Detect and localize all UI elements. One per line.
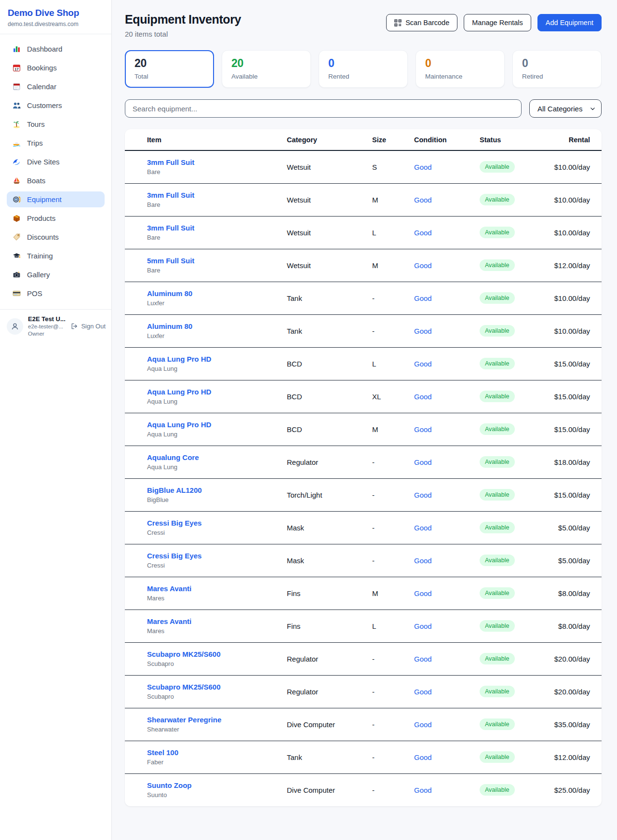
condition-link[interactable]: Good (414, 458, 432, 466)
condition-link[interactable]: Good (414, 261, 432, 270)
status-badge: Available (480, 522, 515, 533)
item-link[interactable]: 3mm Full Suit (147, 158, 275, 166)
item-link[interactable]: Aluminum 80 (147, 289, 275, 298)
table-row[interactable]: Mares AvantiMaresFinsLGoodAvailable$8.00… (125, 610, 602, 642)
item-link[interactable]: Aqua Lung Pro HD (147, 388, 275, 396)
item-size: XL (366, 380, 408, 413)
sidebar-item-calendar[interactable]: Calendar (7, 79, 105, 95)
table-row[interactable]: 3mm Full SuitBareWetsuitMGoodAvailable$1… (125, 183, 602, 216)
item-link[interactable]: Shearwater Peregrine (147, 716, 275, 724)
sidebar-item-tours[interactable]: Tours (7, 116, 105, 132)
table-row[interactable]: Aqualung CoreAqua LungRegulator-GoodAvai… (125, 446, 602, 478)
item-link[interactable]: Scubapro MK25/S600 (147, 683, 275, 691)
condition-link[interactable]: Good (414, 163, 432, 171)
table-row[interactable]: Scubapro MK25/S600ScubaproRegulator-Good… (125, 642, 602, 675)
table-row[interactable]: 5mm Full SuitBareWetsuitMGoodAvailable$1… (125, 249, 602, 282)
condition-link[interactable]: Good (414, 720, 432, 729)
table-row[interactable]: 3mm Full SuitBareWetsuitLGoodAvailable$1… (125, 216, 602, 249)
sidebar-item-dive-sites[interactable]: Dive Sites (7, 154, 105, 170)
item-link[interactable]: Mares Avanti (147, 584, 275, 593)
manage-rentals-button[interactable]: Manage Rentals (464, 14, 531, 31)
stat-card-available[interactable]: 20Available (222, 50, 311, 88)
condition-link[interactable]: Good (414, 360, 432, 368)
table-row[interactable]: Aluminum 80LuxferTank-GoodAvailable$10.0… (125, 314, 602, 347)
stat-card-retired[interactable]: 0Retired (512, 50, 602, 88)
stat-card-total[interactable]: 20Total (125, 50, 214, 88)
sign-out-button[interactable]: Sign Out (71, 323, 106, 330)
sidebar-item-equipment[interactable]: Equipment (7, 191, 105, 207)
sidebar-item-products[interactable]: Products (7, 210, 105, 226)
table-row[interactable]: Aqua Lung Pro HDAqua LungBCDXLGoodAvaila… (125, 380, 602, 413)
condition-link[interactable]: Good (414, 294, 432, 302)
condition-link[interactable]: Good (414, 786, 432, 794)
sidebar-item-training[interactable]: Training (7, 248, 105, 264)
sidebar-item-label: Dashboard (27, 45, 62, 53)
item-link[interactable]: Scubapro MK25/S600 (147, 650, 275, 658)
sidebar-item-bookings[interactable]: 17Bookings (7, 60, 105, 76)
table-row[interactable]: Suunto ZoopSuuntoDive Computer-GoodAvail… (125, 773, 602, 806)
item-category: Regulator (281, 642, 366, 675)
item-link[interactable]: Cressi Big Eyes (147, 552, 275, 560)
condition-link[interactable]: Good (414, 491, 432, 499)
item-brand: Scubapro (147, 660, 275, 667)
add-equipment-button[interactable]: Add Equipment (537, 14, 602, 31)
item-link[interactable]: BigBlue AL1200 (147, 486, 275, 494)
item-link[interactable]: Aqualung Core (147, 453, 275, 461)
search-input[interactable] (125, 99, 522, 118)
sidebar-item-gallery[interactable]: Gallery (7, 267, 105, 283)
condition-link[interactable]: Good (414, 589, 432, 597)
sidebar-item-trips[interactable]: Trips (7, 135, 105, 151)
table-row[interactable]: Aqua Lung Pro HDAqua LungBCDLGoodAvailab… (125, 347, 602, 380)
item-link[interactable]: 5mm Full Suit (147, 257, 275, 265)
table-row[interactable]: BigBlue AL1200BigBlueTorch/Light-GoodAva… (125, 478, 602, 511)
scan-barcode-button[interactable]: Scan Barcode (386, 14, 457, 31)
sidebar-item-customers[interactable]: Customers (7, 97, 105, 113)
sidebar-item-pos[interactable]: POS (7, 285, 105, 301)
stat-card-rented[interactable]: 0Rented (319, 50, 408, 88)
item-link[interactable]: Cressi Big Eyes (147, 519, 275, 527)
condition-link[interactable]: Good (414, 753, 432, 761)
table-row[interactable]: Cressi Big EyesCressiMask-GoodAvailable$… (125, 544, 602, 577)
item-link[interactable]: Aqua Lung Pro HD (147, 420, 275, 429)
item-link[interactable]: Mares Avanti (147, 617, 275, 625)
stat-card-maintenance[interactable]: 0Maintenance (416, 50, 505, 88)
condition-link[interactable]: Good (414, 688, 432, 696)
sidebar-item-discounts[interactable]: Discounts (7, 229, 105, 245)
item-link[interactable]: Steel 100 (147, 748, 275, 757)
category-select[interactable]: All Categories (529, 99, 602, 118)
user-name: E2E Test U... (28, 315, 66, 323)
condition-link[interactable]: Good (414, 655, 432, 663)
condition-link[interactable]: Good (414, 327, 432, 335)
table-row[interactable]: Steel 100FaberTank-GoodAvailable$12.00/d… (125, 741, 602, 773)
item-link[interactable]: 3mm Full Suit (147, 191, 275, 199)
item-link[interactable]: 3mm Full Suit (147, 224, 275, 232)
sidebar-item-boats[interactable]: Boats (7, 173, 105, 189)
sailboat-icon (13, 176, 21, 185)
status-badge: Available (480, 161, 515, 173)
condition-link[interactable]: Good (414, 556, 432, 565)
condition-link[interactable]: Good (414, 393, 432, 401)
shop-title: Demo Dive Shop (8, 8, 104, 18)
item-brand: Cressi (147, 529, 275, 536)
table-row[interactable]: Shearwater PeregrineShearwaterDive Compu… (125, 708, 602, 741)
rental-price: $10.00/day (544, 183, 602, 216)
sidebar-item-label: Trips (27, 139, 43, 147)
condition-link[interactable]: Good (414, 229, 432, 237)
table-row[interactable]: Aluminum 80LuxferTank-GoodAvailable$10.0… (125, 282, 602, 314)
table-row[interactable]: 3mm Full SuitBareWetsuitSGoodAvailable$1… (125, 150, 602, 183)
item-link[interactable]: Aqua Lung Pro HD (147, 355, 275, 363)
condition-link[interactable]: Good (414, 425, 432, 434)
item-link[interactable]: Suunto Zoop (147, 781, 275, 789)
item-size: L (366, 610, 408, 642)
table-row[interactable]: Mares AvantiMaresFinsMGoodAvailable$8.00… (125, 577, 602, 610)
condition-link[interactable]: Good (414, 524, 432, 532)
item-brand: Scubapro (147, 693, 275, 700)
item-link[interactable]: Aluminum 80 (147, 322, 275, 330)
table-row[interactable]: Cressi Big EyesCressiMask-GoodAvailable$… (125, 511, 602, 544)
sidebar-item-dashboard[interactable]: Dashboard (7, 41, 105, 57)
table-row[interactable]: Aqua Lung Pro HDAqua LungBCDMGoodAvailab… (125, 413, 602, 446)
condition-link[interactable]: Good (414, 622, 432, 630)
condition-link[interactable]: Good (414, 196, 432, 204)
sidebar-item-label: Training (27, 252, 53, 260)
table-row[interactable]: Scubapro MK25/S600ScubaproRegulator-Good… (125, 675, 602, 708)
